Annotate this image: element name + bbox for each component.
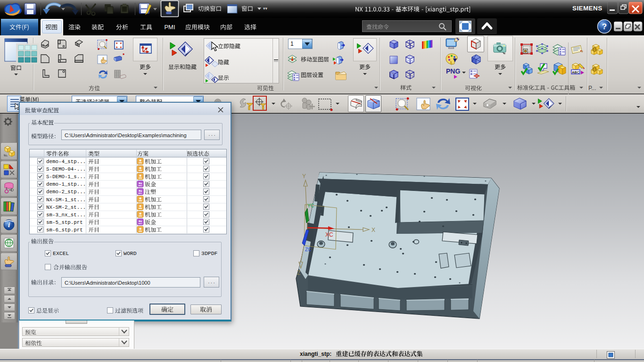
svg-text:?: ? bbox=[602, 22, 607, 31]
svg-text:X: X bbox=[372, 227, 375, 233]
svg-text:ABC: ABC bbox=[572, 70, 580, 74]
svg-text:Z: Z bbox=[297, 270, 300, 276]
svg-text:YC: YC bbox=[307, 203, 314, 208]
svg-text:S-DEMO-04-...: S-DEMO-04-... bbox=[46, 166, 86, 172]
svg-text:sm-5_stp.prt: sm-5_stp.prt bbox=[46, 220, 83, 225]
svg-text:Y: Y bbox=[302, 173, 306, 180]
svg-text:S-DEMO-1_s...: S-DEMO-1_s... bbox=[46, 174, 86, 180]
svg-text:demo-2_stp...: demo-2_stp... bbox=[46, 189, 86, 195]
svg-text:ZC: ZC bbox=[305, 247, 311, 252]
svg-text:demo-1_stp...: demo-1_stp... bbox=[46, 181, 86, 187]
svg-text:XC: XC bbox=[325, 231, 333, 238]
svg-text:sm-3_nx_st...: sm-3_nx_st... bbox=[46, 212, 86, 218]
svg-text:sm-6_stp.prt: sm-6_stp.prt bbox=[46, 227, 83, 233]
svg-text:demo-4_stp...: demo-4_stp... bbox=[46, 159, 86, 165]
svg-text:NX-SM-2_st...: NX-SM-2_st... bbox=[46, 205, 86, 210]
svg-text:NX-SM-1_st...: NX-SM-1_st... bbox=[46, 197, 86, 203]
